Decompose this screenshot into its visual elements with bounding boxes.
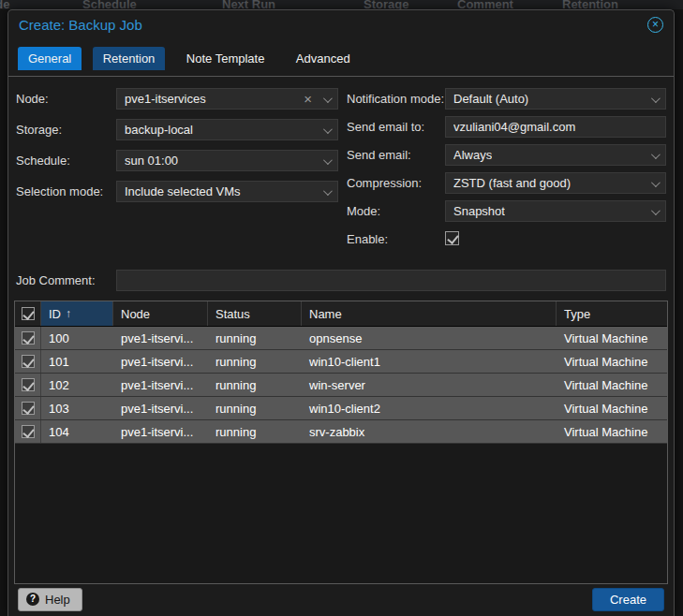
table-row[interactable]: 104 pve1-itservi... running srv-zabbix V… bbox=[15, 420, 667, 444]
column-header-status[interactable]: Status bbox=[208, 301, 302, 326]
cell-status: running bbox=[208, 350, 302, 373]
column-header-name[interactable]: Name bbox=[302, 301, 557, 326]
cell-node: pve1-itservi... bbox=[113, 327, 208, 349]
chevron-down-icon[interactable] bbox=[651, 206, 661, 215]
row-checkbox[interactable] bbox=[22, 378, 35, 391]
send-email-combo-value: Always bbox=[453, 148, 492, 162]
help-icon: ? bbox=[26, 593, 39, 606]
table-row[interactable]: 101 pve1-itservi... running win10-client… bbox=[15, 350, 667, 374]
table-header: ID ↑ Node Status Name Type bbox=[15, 301, 667, 327]
node-label: Node: bbox=[16, 88, 116, 106]
tab-note-template[interactable]: Note Template bbox=[176, 47, 275, 70]
form-left-column: Node: pve1-itservices × Storage: backup-… bbox=[16, 88, 342, 253]
cell-name: win10-client2 bbox=[302, 397, 557, 419]
sort-asc-icon: ↑ bbox=[66, 307, 71, 320]
row-checkbox[interactable] bbox=[22, 402, 35, 415]
mode-combo[interactable]: Snapshot bbox=[445, 200, 666, 222]
create-button[interactable]: Create bbox=[592, 588, 664, 611]
schedule-label: Schedule: bbox=[16, 150, 116, 168]
job-comment-input[interactable] bbox=[116, 270, 666, 291]
bg-column-nextrun: Next Run bbox=[222, 0, 275, 9]
cell-name: win10-client1 bbox=[302, 350, 557, 373]
table-row[interactable]: 102 pve1-itservi... running win-server V… bbox=[15, 374, 667, 397]
general-form: Node: pve1-itservices × Storage: backup-… bbox=[8, 77, 674, 253]
cell-type: Virtual Machine bbox=[557, 397, 667, 419]
notification-mode-combo[interactable]: Default (Auto) bbox=[445, 88, 666, 110]
column-header-type[interactable]: Type bbox=[557, 301, 667, 326]
cell-type: Virtual Machine bbox=[557, 327, 667, 349]
bg-column-retention: Retention bbox=[562, 0, 618, 9]
notification-mode-label: Notification mode: bbox=[347, 88, 445, 106]
cell-status: running bbox=[208, 327, 302, 349]
bg-column-node: Node bbox=[0, 0, 10, 9]
chevron-down-icon[interactable] bbox=[651, 150, 661, 159]
tab-retention[interactable]: Retention bbox=[93, 47, 166, 70]
close-icon[interactable]: × bbox=[647, 17, 663, 33]
dialog-title: Create: Backup Job bbox=[19, 17, 142, 33]
cell-node: pve1-itservi... bbox=[113, 350, 208, 373]
cell-id: 102 bbox=[41, 374, 113, 396]
cell-type: Virtual Machine bbox=[557, 420, 667, 443]
select-all-checkbox[interactable] bbox=[22, 307, 35, 320]
bg-column-schedule: Schedule bbox=[82, 0, 137, 9]
compression-combo[interactable]: ZSTD (fast and good) bbox=[445, 172, 666, 194]
cell-type: Virtual Machine bbox=[557, 374, 667, 396]
selection-mode-combo[interactable]: Include selected VMs bbox=[116, 181, 338, 202]
storage-combo[interactable]: backup-local bbox=[116, 119, 338, 140]
bg-column-storage: Storage bbox=[364, 0, 408, 9]
help-button[interactable]: ? Help bbox=[18, 588, 82, 611]
schedule-combo[interactable]: sun 01:00 bbox=[116, 150, 338, 171]
cell-node: pve1-itservi... bbox=[113, 420, 208, 443]
help-button-label: Help bbox=[45, 593, 70, 607]
cell-type: Virtual Machine bbox=[557, 350, 667, 373]
tab-bar: General Retention Note Template Advanced bbox=[8, 39, 674, 77]
create-backup-job-dialog: Create: Backup Job × General Retention N… bbox=[7, 9, 675, 616]
node-combo[interactable]: pve1-itservices × bbox=[116, 88, 338, 110]
cell-status: running bbox=[208, 420, 302, 443]
cell-name: opnsense bbox=[302, 327, 557, 349]
background-grid-header: Node Schedule Next Run Storage Comment R… bbox=[0, 0, 683, 9]
send-email-combo[interactable]: Always bbox=[445, 144, 666, 166]
chevron-down-icon[interactable] bbox=[323, 155, 333, 165]
cell-id: 101 bbox=[41, 350, 113, 373]
cell-name: win-server bbox=[302, 374, 557, 396]
cell-id: 103 bbox=[41, 397, 113, 419]
column-header-node[interactable]: Node bbox=[113, 301, 208, 326]
chevron-down-icon[interactable] bbox=[323, 125, 333, 134]
table-row[interactable]: 100 pve1-itservi... running opnsense Vir… bbox=[15, 327, 667, 350]
mode-label: Mode: bbox=[347, 200, 445, 218]
cell-status: running bbox=[208, 397, 302, 419]
select-all-cell[interactable] bbox=[15, 301, 41, 326]
clear-icon[interactable]: × bbox=[304, 90, 312, 109]
enable-checkbox[interactable] bbox=[445, 231, 459, 245]
chevron-down-icon[interactable] bbox=[651, 178, 661, 187]
row-checkbox[interactable] bbox=[22, 425, 35, 438]
storage-combo-value: backup-local bbox=[125, 123, 193, 137]
send-email-to-input[interactable] bbox=[445, 116, 666, 138]
job-comment-label: Job Comment: bbox=[16, 273, 116, 287]
selection-mode-label: Selection mode: bbox=[16, 181, 116, 198]
tab-general[interactable]: General bbox=[18, 47, 82, 70]
chevron-down-icon[interactable] bbox=[651, 94, 661, 103]
send-email-label: Send email: bbox=[347, 144, 445, 162]
cell-node: pve1-itservi... bbox=[113, 374, 208, 396]
cell-id: 100 bbox=[41, 327, 113, 349]
vm-selection-table: ID ↑ Node Status Name Type 100 pve1-itse… bbox=[14, 301, 668, 584]
row-checkbox[interactable] bbox=[22, 355, 35, 368]
chevron-down-icon[interactable] bbox=[323, 186, 333, 196]
dialog-footer: ? Help Create bbox=[8, 582, 674, 616]
chevron-down-icon[interactable] bbox=[323, 94, 333, 103]
selection-mode-combo-value: Include selected VMs bbox=[125, 184, 241, 198]
cell-node: pve1-itservi... bbox=[113, 397, 208, 419]
bg-column-comment: Comment bbox=[457, 0, 513, 9]
table-row[interactable]: 103 pve1-itservi... running win10-client… bbox=[15, 397, 667, 420]
cell-name: srv-zabbix bbox=[302, 420, 557, 443]
cell-id: 104 bbox=[41, 420, 113, 443]
column-header-id[interactable]: ID ↑ bbox=[41, 301, 113, 326]
tab-advanced[interactable]: Advanced bbox=[286, 47, 361, 70]
form-right-column: Notification mode: Default (Auto) Send e… bbox=[342, 88, 666, 253]
storage-label: Storage: bbox=[16, 119, 116, 137]
job-comment-row: Job Comment: bbox=[16, 270, 666, 291]
row-checkbox[interactable] bbox=[22, 331, 35, 345]
compression-label: Compression: bbox=[347, 172, 445, 190]
